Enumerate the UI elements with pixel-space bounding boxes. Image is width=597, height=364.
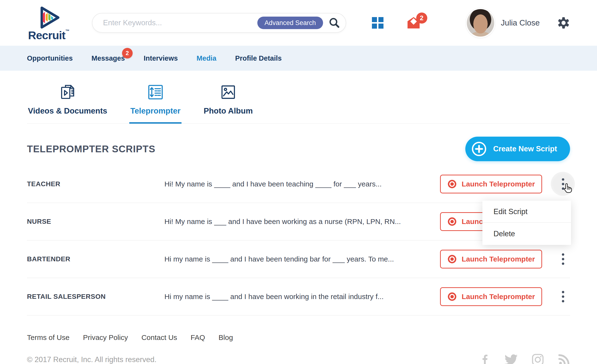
nav-profile-details[interactable]: Profile Details	[235, 54, 282, 62]
social-icons	[479, 353, 570, 364]
script-preview: Hi my name is ____ and I have been tendi…	[165, 255, 440, 263]
photo-album-icon	[220, 84, 236, 100]
plus-icon	[471, 141, 487, 157]
tab-videos-documents[interactable]: Videos & Documents	[27, 84, 108, 124]
search-bar: Advanced Search	[92, 13, 346, 33]
media-tabs: Videos & Documents Teleprompter	[27, 84, 570, 124]
rss-icon[interactable]	[558, 354, 570, 364]
nav-media[interactable]: Media	[197, 54, 216, 62]
script-name: NURSE	[27, 218, 165, 225]
record-icon	[447, 292, 457, 302]
mail-icon[interactable]: 2	[407, 16, 421, 29]
recruit-logo[interactable]: Recruit™	[27, 5, 70, 41]
tab-photo-album[interactable]: Photo Album	[203, 84, 254, 124]
page-title: TELEPROMPTER SCRIPTS	[27, 144, 155, 155]
app-header: Recruit™ Advanced Search	[0, 0, 597, 46]
footer-bottom: © 2017 Recruit, Inc. All rights reserved…	[27, 353, 570, 364]
header-actions: 2 Julia Close	[372, 9, 570, 37]
tab-photo-album-label: Photo Album	[204, 106, 253, 116]
launch-teleprompter-button[interactable]: Launch Teleprompter	[440, 250, 542, 269]
nav-messages-label: Messages	[92, 54, 125, 62]
hand-cursor-icon	[562, 182, 573, 193]
footer-link[interactable]: Terms of Use	[27, 333, 70, 342]
messages-badge: 2	[122, 48, 133, 58]
trademark: ™	[65, 29, 69, 33]
script-row: BARTENDER Hi my name is ____ and I have …	[27, 240, 570, 278]
tab-teleprompter[interactable]: Teleprompter	[129, 84, 181, 124]
nav-opportunities[interactable]: Opportunities	[27, 54, 73, 62]
script-name: BARTENDER	[27, 255, 165, 263]
menu-item-delete[interactable]: Delete	[482, 223, 571, 245]
video-document-icon	[60, 84, 76, 100]
instagram-icon[interactable]	[532, 353, 544, 364]
mail-badge: 2	[416, 13, 427, 23]
record-icon	[447, 254, 457, 264]
scripts-list: TEACHER Hi! My name is ____ and I have b…	[27, 165, 570, 316]
footer-link[interactable]: Blog	[219, 333, 233, 342]
row-menu-zone	[556, 281, 570, 312]
menu-item-edit-script[interactable]: Edit Script	[482, 201, 571, 223]
script-preview: Hi my name is ____ and I have been worki…	[165, 293, 440, 301]
script-preview: Hi! My name is ___ and I have been worki…	[165, 217, 440, 226]
script-row: TEACHER Hi! My name is ____ and I have b…	[27, 165, 570, 203]
script-name: RETAIL SALESPERSON	[27, 293, 165, 301]
launch-teleprompter-button[interactable]: Launch Teleprompter	[440, 175, 542, 194]
row-kebab-menu-button[interactable]	[559, 251, 567, 267]
tab-videos-documents-label: Videos & Documents	[28, 106, 107, 116]
row-context-menu: Edit Script Delete	[482, 201, 571, 245]
copyright: © 2017 Recruit, Inc. All rights reserved…	[27, 355, 157, 364]
row-kebab-menu-button[interactable]	[559, 288, 567, 305]
section-header: TELEPROMPTER SCRIPTS Create New Script	[27, 137, 570, 161]
gear-icon[interactable]	[557, 16, 570, 29]
footer-link[interactable]: Privacy Policy	[83, 333, 128, 342]
twitter-icon[interactable]	[504, 353, 518, 364]
user-name[interactable]: Julia Close	[501, 18, 540, 27]
create-new-script-label: Create New Script	[493, 145, 557, 153]
footer-link[interactable]: FAQ	[191, 333, 205, 342]
search-input[interactable]	[102, 18, 257, 27]
apps-grid-icon[interactable]	[372, 17, 384, 29]
avatar[interactable]	[467, 9, 494, 37]
create-new-script-button[interactable]: Create New Script	[465, 137, 570, 161]
launch-teleprompter-label: Launch Teleprompter	[462, 180, 535, 188]
row-menu-zone	[556, 243, 570, 275]
script-preview: Hi! My name is ____ and I have been teac…	[165, 180, 440, 188]
script-name: TEACHER	[27, 180, 165, 188]
main-nav: Opportunities Messages2 Interviews Media…	[0, 46, 597, 71]
launch-teleprompter-label: Launch Teleprompter	[462, 293, 535, 301]
script-row: RETAIL SALESPERSON Hi my name is ____ an…	[27, 278, 570, 316]
teleprompter-icon	[148, 84, 164, 100]
record-icon	[447, 217, 457, 226]
launch-teleprompter-label: Launch Teleprompter	[462, 255, 535, 263]
footer-links: Terms of UsePrivacy PolicyContact UsFAQB…	[27, 333, 570, 342]
row-menu-zone	[556, 168, 570, 200]
record-icon	[447, 179, 457, 189]
facebook-icon[interactable]	[479, 354, 491, 364]
tab-teleprompter-label: Teleprompter	[130, 106, 180, 116]
advanced-search-button[interactable]: Advanced Search	[257, 17, 323, 29]
recruit-media-page: Recruit™ Advanced Search	[0, 0, 597, 364]
media-content: Videos & Documents Teleprompter	[0, 84, 597, 316]
footer-link[interactable]: Contact Us	[141, 333, 177, 342]
launch-teleprompter-button[interactable]: Launch Teleprompter	[440, 287, 542, 306]
search-icon[interactable]	[323, 17, 340, 28]
brand-name: Recruit™	[28, 29, 69, 41]
recruit-logo-icon	[34, 5, 63, 30]
nav-interviews[interactable]: Interviews	[144, 54, 178, 62]
nav-messages[interactable]: Messages2	[92, 54, 125, 62]
page-footer: Terms of UsePrivacy PolicyContact UsFAQB…	[0, 316, 597, 364]
